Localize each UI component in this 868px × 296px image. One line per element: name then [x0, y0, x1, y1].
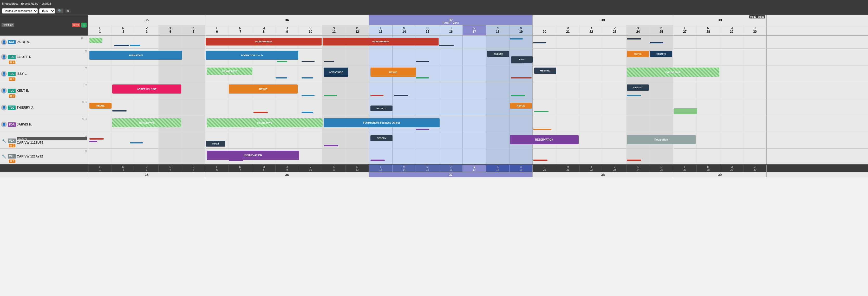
cross-icon[interactable]: ✕ — [82, 100, 84, 104]
event-paige-indisponible-36[interactable]: INDISPONIBLE — [206, 38, 321, 45]
bar-veh1-w35-1 — [89, 138, 104, 139]
bar-paige-w37 — [439, 45, 454, 46]
grid-icon[interactable]: ⊞ — [85, 134, 87, 137]
footer-V17[interactable]: V17 — [463, 165, 486, 172]
event-eliott-meeting-39[interactable]: MEETING — [650, 51, 672, 57]
event-jarvis-conge-35[interactable]: CONGÉ PAYÉ — [112, 118, 181, 127]
bar-eliott-w36-1 — [302, 61, 315, 62]
resource-name-thierry: THIERRY J. — [17, 106, 87, 109]
grid-icon[interactable]: ⊞ — [85, 117, 87, 121]
type-badge-cat: CAT — [8, 40, 16, 44]
bar-thierry-w38 — [534, 111, 549, 112]
event-thierry-signatu-37[interactable]: SIGNATU — [370, 105, 393, 111]
grid-icon[interactable]: ⊞ — [85, 67, 87, 70]
footer-V10: V10 — [299, 165, 322, 172]
event-veh2-reservation-36[interactable]: RESERVATION — [207, 151, 299, 160]
resources-count: 8 ressources — [2, 2, 19, 5]
orange-badge-issy: ⚙ 1 — [9, 77, 16, 81]
bar-paige-w38-1 — [510, 38, 523, 39]
event-veh1-reparation-39[interactable]: Réparation — [627, 135, 696, 144]
event-jarvis-conge-36[interactable]: CONGÉ PAYÉ — [207, 118, 322, 127]
event-veh1-reserv-37[interactable]: RESERV — [370, 135, 393, 141]
mail-button[interactable]: ✉ — [65, 8, 71, 13]
day-L27: L27 — [673, 25, 697, 35]
bar-jarvis-w37 — [416, 129, 429, 130]
bar-issy-w36-1 — [276, 77, 287, 78]
day-M14: M14 — [393, 25, 416, 35]
orange-badge-eliott: ⚙ 4 — [9, 61, 16, 64]
grid-icon[interactable]: ⊞ — [85, 50, 87, 53]
grid-icon[interactable]: ⊞ — [85, 84, 87, 87]
event-issy-inventaire[interactable]: INVENTAIRE — [324, 68, 348, 77]
event-issy-conge-39[interactable]: CONGÉ PAYÉ — [627, 68, 719, 77]
day-S18: S18 — [486, 25, 509, 35]
day-V17[interactable]: V17 — [463, 25, 486, 35]
type-badge-veh2: VEH — [8, 154, 16, 159]
day-M28: M28 — [697, 25, 720, 35]
event-veh1-install-36[interactable]: Install — [206, 141, 225, 146]
day-S11: S11 — [322, 25, 346, 35]
bar-kent-w37-2 — [370, 95, 383, 96]
footer-D12: D12 — [346, 165, 369, 172]
day-M2: M2 — [112, 25, 135, 35]
resource-row-veh1: 🔧 VEH 112ZU75 CAR VW 112ZU75 ⚙ 1 ⊞ — [0, 133, 88, 149]
message-badge[interactable]: ✉ 19 — [72, 23, 80, 27]
event-issy-meeting-38[interactable]: MEETING — [534, 68, 556, 74]
resource-name-issy: ISSY L. — [17, 72, 87, 76]
event-eliott-formation-oracle[interactable]: FORMATION Oracle — [206, 51, 298, 60]
event-kent-revue-36[interactable]: REVUE — [229, 85, 298, 94]
bar-kent-w37-1 — [324, 95, 337, 96]
event-veh1-reservation-38[interactable]: RESERVATION — [510, 135, 579, 144]
event-kent-signatu-39[interactable]: SIGNATU — [627, 85, 649, 91]
footer-week37: 37 — [369, 172, 533, 177]
bar-paige-2 — [130, 45, 141, 46]
grid-icon[interactable]: ⊞ — [81, 37, 84, 40]
user-icon: 👤 — [1, 71, 7, 77]
add-event-button[interactable]: + — [81, 23, 87, 28]
time-badge: 08:30 - 20:00 — [749, 15, 765, 19]
event-paige-indisponible-37[interactable]: INDISPONIBLE — [322, 38, 439, 45]
search-button[interactable]: 🔍 — [56, 8, 63, 13]
bar-issy-w37-1 — [416, 77, 429, 78]
event-paige-green[interactable] — [89, 38, 102, 43]
event-kent-arret-35[interactable]: ARRÊT MALADIE — [112, 85, 181, 94]
event-issy-revue-37[interactable]: REVUE — [370, 68, 416, 77]
resources-dropdown[interactable]: Toutes les ressources — [2, 8, 38, 13]
footer-D25: D25 — [650, 165, 673, 172]
bar-eliott-w37-1 — [416, 61, 429, 62]
resource-row-paige: 👤 CAT PAIGE S. ⊞ … — [0, 36, 88, 48]
event-eliott-revue-39[interactable]: REVUE — [627, 51, 649, 57]
cal-row-veh1: Install RESERV RESERVATION Réparation — [88, 133, 868, 149]
resource-row-veh2: 🔧 VEH CAR VW 123AY92 ⚙ 1 ⊞ — [0, 149, 88, 164]
event-thierry-w39-green[interactable] — [674, 108, 697, 114]
bar-thierry-w35 — [112, 110, 127, 111]
grid-icon[interactable]: ⊞ — [85, 150, 87, 153]
dots-icon[interactable]: … — [84, 37, 87, 40]
filter-dropdown[interactable]: Tous — [39, 8, 55, 13]
cross-icon[interactable]: ✕ — [82, 117, 84, 121]
day-M21: M21 — [556, 25, 580, 35]
event-jarvis-formation-bo[interactable]: FORMATION Business Object — [324, 118, 440, 127]
resource-name-eliott: ELIOTT T. — [17, 55, 87, 59]
footer-week38: 38 — [533, 172, 673, 177]
bar-kent-w36 — [302, 95, 315, 96]
type-badge-tec4: TEC — [8, 105, 16, 110]
event-eliott-devis[interactable]: DEVIS C — [511, 56, 533, 63]
footer-D5: D5 — [182, 165, 205, 172]
event-eliott-formation-35[interactable]: FORMATION — [89, 51, 182, 60]
resource-name-kent: KENT E. — [17, 89, 87, 93]
footer-M28: M28 — [697, 165, 720, 172]
resource-name-paige: PAIGE S. — [17, 40, 87, 44]
messages-count: 19 — [76, 24, 79, 27]
day-V3: V3 — [135, 25, 159, 35]
footer-M15: M15 — [416, 165, 439, 172]
footer-J9: J9 — [276, 165, 299, 172]
event-thierry-revue-35[interactable]: REVUE — [89, 103, 112, 109]
grid-icon[interactable]: ⊞ — [85, 100, 87, 104]
event-thierry-revue-38[interactable]: REVUE — [510, 103, 532, 109]
type-badge-tec2: TEC — [8, 72, 16, 76]
event-issy-conge-36[interactable]: CONGÉ PAYÉ — [207, 68, 252, 75]
day-J22: J22 — [580, 25, 603, 35]
event-eliott-invento[interactable]: INVENTO — [487, 51, 509, 57]
cal-row-veh2: RESERVATION — [88, 149, 868, 164]
